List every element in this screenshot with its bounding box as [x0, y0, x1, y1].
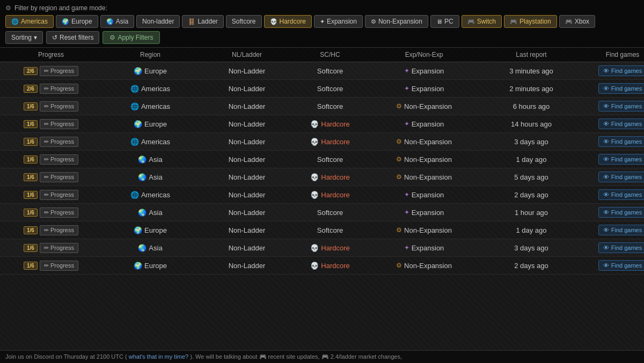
non-expansion-btn[interactable]: ⚙ Non-Expansion — [365, 15, 428, 28]
region-europe-btn[interactable]: 🌍 Europe — [56, 15, 98, 28]
reset-filters-btn[interactable]: ↺ Reset filters — [46, 31, 99, 44]
sc-hc-label: Softcore — [317, 102, 343, 110]
europe-icon: 🌍 — [62, 18, 69, 25]
pencil-icon: ✏ — [44, 156, 49, 163]
progress-cell: 2/6 ✏ Progress — [5, 66, 97, 76]
last-report-label: 5 days ago — [514, 173, 548, 181]
table-row: 2/6 ✏ Progress 🌍 Europe Non-Ladder Softc… — [0, 62, 644, 80]
exp-icon: ⚙ — [396, 155, 402, 163]
find-games-btn[interactable]: 👁 Find games — [598, 260, 644, 271]
find-games-btn[interactable]: 👁 Find games — [598, 154, 644, 165]
pencil-icon: ✏ — [44, 85, 49, 92]
sc-hc-cell: 💀 Hardcore — [290, 173, 370, 181]
pencil-icon: ✏ — [44, 209, 49, 216]
region-americas-btn[interactable]: 🌐 Americas — [5, 15, 54, 28]
exp-icon: ✦ — [404, 209, 409, 216]
find-games-btn[interactable]: 👁 Find games — [598, 172, 644, 182]
ladder-btn[interactable]: 🪜 Ladder — [182, 15, 223, 28]
find-games-btn[interactable]: 👁 Find games — [598, 242, 644, 253]
region-icon: 🌏 — [138, 244, 147, 252]
progress-cell: 1/6 ✏ Progress — [5, 119, 97, 129]
switch-icon: 🎮 — [467, 18, 475, 25]
region-label: Asia — [149, 209, 162, 217]
playstation-btn[interactable]: 🎮 Playstation — [504, 15, 557, 28]
progress-badge: 1/6 — [24, 155, 38, 164]
find-games-btn[interactable]: 👁 Find games — [598, 136, 644, 147]
progress-btn[interactable]: ✏ Progress — [40, 172, 78, 182]
find-games-btn[interactable]: 👁 Find games — [598, 65, 644, 76]
find-games-btn[interactable]: 👁 Find games — [598, 83, 644, 94]
exp-label: Expansion — [412, 67, 444, 75]
region-label: Asia — [149, 155, 162, 164]
hardcore-btn[interactable]: 💀 Hardcore — [264, 15, 312, 28]
region-asia-btn[interactable]: 🌏 Asia — [100, 15, 134, 28]
pencil-icon: ✏ — [44, 138, 49, 145]
americas-icon: 🌐 — [11, 18, 19, 25]
progress-btn[interactable]: ✏ Progress — [40, 154, 78, 165]
find-games-cell: 👁 Find games — [585, 136, 644, 147]
find-games-btn[interactable]: 👁 Find games — [598, 225, 644, 235]
progress-btn[interactable]: ✏ Progress — [40, 208, 78, 218]
pc-btn[interactable]: 🖥 PC — [430, 15, 459, 28]
eye-icon: 👁 — [603, 209, 609, 216]
pencil-icon: ✏ — [44, 262, 49, 269]
sc-hc-cell: 💀 Hardcore — [290, 262, 370, 270]
last-report-cell: 1 day ago — [478, 155, 585, 164]
filter-buttons-row: 🌐 Americas 🌍 Europe 🌏 Asia Non-ladder 🪜 … — [5, 15, 639, 28]
progress-btn[interactable]: ✏ Progress — [40, 261, 78, 271]
exp-label: Expansion — [412, 209, 444, 217]
progress-btn[interactable]: ✏ Progress — [40, 190, 78, 200]
eye-icon: 👁 — [603, 262, 609, 269]
apply-filters-btn[interactable]: ⚙ Apply Filters — [103, 31, 160, 44]
progress-btn[interactable]: ✏ Progress — [40, 84, 78, 94]
find-games-cell: 👁 Find games — [585, 242, 644, 253]
last-report-label: 3 minutes ago — [509, 67, 553, 75]
eye-icon: 👁 — [603, 121, 609, 127]
exp-label: Non-Expansion — [404, 226, 452, 234]
sorting-btn[interactable]: Sorting ▾ — [5, 31, 43, 44]
progress-btn[interactable]: ✏ Progress — [40, 225, 78, 235]
hc-icon: 💀 — [310, 191, 319, 199]
last-report-cell: 14 hours ago — [478, 120, 585, 128]
progress-btn[interactable]: ✏ Progress — [40, 101, 78, 112]
find-games-btn[interactable]: 👁 Find games — [598, 118, 644, 129]
find-games-btn[interactable]: 👁 Find games — [598, 189, 644, 200]
progress-cell: 1/6 ✏ Progress — [5, 243, 97, 253]
region-cell: 🌐 Americas — [97, 138, 204, 146]
region-label: Americas — [141, 138, 170, 146]
xbox-icon: 🎮 — [565, 18, 573, 25]
progress-btn[interactable]: ✏ Progress — [40, 137, 78, 147]
nl-ladder-label: Non-Ladder — [229, 226, 266, 234]
last-report-cell: 1 day ago — [478, 226, 585, 234]
eye-icon: 👁 — [603, 103, 609, 109]
last-report-cell: 2 days ago — [478, 191, 585, 199]
progress-btn[interactable]: ✏ Progress — [40, 66, 78, 76]
expansion-btn[interactable]: ✦ Expansion — [314, 15, 363, 28]
progress-badge: 2/6 — [24, 67, 38, 75]
find-games-cell: 👁 Find games — [585, 154, 644, 165]
switch-btn[interactable]: 🎮 Switch — [462, 15, 502, 28]
exp-label: Expansion — [412, 120, 444, 128]
last-report-cell: 6 hours ago — [478, 102, 585, 110]
xbox-btn[interactable]: 🎮 Xbox — [559, 15, 595, 28]
table-row: 1/6 ✏ Progress 🌏 Asia Non-Ladder Softcor… — [0, 204, 644, 221]
exp-icon: ⚙ — [396, 102, 402, 110]
table-row: 1/6 ✏ Progress 🌏 Asia Non-Ladder 💀 Hardc… — [0, 168, 644, 186]
progress-btn[interactable]: ✏ Progress — [40, 119, 78, 129]
softcore-btn[interactable]: Softcore — [226, 15, 262, 28]
find-games-btn[interactable]: 👁 Find games — [598, 101, 644, 112]
find-games-cell: 👁 Find games — [585, 172, 644, 182]
region-icon: 🌍 — [134, 226, 142, 234]
find-games-btn[interactable]: 👁 Find games — [598, 207, 644, 218]
exp-label: Non-Expansion — [404, 138, 452, 146]
footer-link[interactable]: what's that in my time? — [129, 353, 189, 360]
progress-badge: 1/6 — [24, 138, 38, 146]
sc-hc-label: Softcore — [317, 67, 343, 75]
table-row: 1/6 ✏ Progress 🌍 Europe Non-Ladder 💀 Har… — [0, 115, 644, 133]
progress-btn[interactable]: ✏ Progress — [40, 243, 78, 253]
nl-ladder-cell: Non-Ladder — [204, 262, 290, 270]
non-ladder-btn[interactable]: Non-ladder — [136, 15, 180, 28]
progress-badge: 1/6 — [24, 120, 38, 128]
expansion-icon: ✦ — [320, 18, 325, 25]
nl-ladder-label: Non-Ladder — [229, 102, 266, 110]
